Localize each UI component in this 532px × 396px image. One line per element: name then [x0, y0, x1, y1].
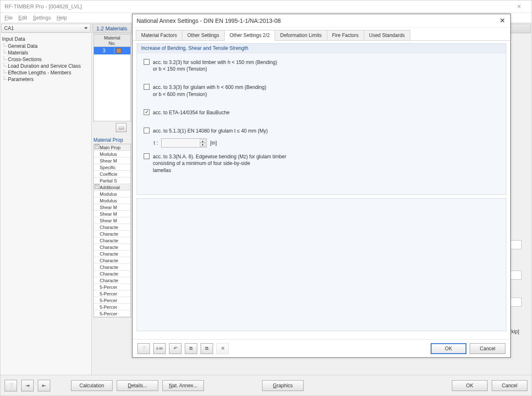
prop-group[interactable]: Additional: [94, 184, 130, 191]
option-label: consisting of a minimum of four side-by-…: [153, 160, 250, 166]
export-icon-button[interactable]: ⇤: [38, 380, 50, 391]
group-title: Increase of Bending, Shear and Tensile S…: [137, 44, 506, 53]
delete-icon-button: ✖: [216, 343, 229, 354]
option-edgewise[interactable]: acc. to 3.3(N.A. 6). Edgewise bending (M…: [144, 153, 499, 174]
copy-right-icon-button[interactable]: ⧉: [201, 343, 213, 354]
graphics-button[interactable]: Graphics: [262, 380, 304, 391]
prop-row: Characte: [94, 257, 130, 264]
annex-dialog: National Annex Settings - DIN EN 1995-1-…: [132, 14, 511, 358]
prop-row: Characte: [94, 231, 130, 237]
checkbox[interactable]: [144, 59, 150, 65]
group-body: acc. to 3.2(3) for solid timber with h <…: [137, 53, 506, 194]
material-row[interactable]: 3: [94, 47, 130, 54]
window-close-icon[interactable]: ×: [511, 3, 527, 10]
menu-settings[interactable]: Settings: [33, 15, 51, 21]
prop-row: Modulus: [94, 151, 130, 157]
prop-group[interactable]: Main Prop: [94, 144, 130, 151]
tree-node[interactable]: General Data: [2, 43, 90, 49]
prop-row: 5-Percer: [94, 310, 130, 317]
tree-node[interactable]: Parameters: [2, 76, 90, 83]
prop-row: Coefficie: [94, 171, 130, 177]
tab-deformation-limits[interactable]: Deformation Limits: [275, 30, 327, 40]
option-label: acc. to 3.2(3) for solid timber with h <…: [153, 59, 277, 65]
material-grid[interactable]: Material No. 3: [93, 34, 131, 121]
copy-left-icon-button[interactable]: ⧉: [185, 343, 197, 354]
help-icon-button[interactable]: ❔: [137, 343, 150, 354]
main-ok-button[interactable]: OK: [452, 380, 488, 391]
spin-up-icon[interactable]: ▲: [200, 139, 206, 143]
main-titlebar: RF-TIMBER Pro - [004626_LVL] ×: [0, 0, 532, 13]
calculation-button[interactable]: Calculation: [71, 380, 113, 391]
: [in]: [210, 140, 217, 146]
prop-row: Modulus: [94, 191, 130, 197]
option-en14080[interactable]: acc. to 5.1.3(1) EN 14080 for glulam t ≤…: [144, 128, 499, 134]
checkbox[interactable]: [144, 153, 150, 159]
option-glulam[interactable]: acc. to 3.3(3) for glulam with h < 600 m…: [144, 84, 499, 97]
spin-down-icon[interactable]: ▼: [200, 143, 206, 147]
tree-node[interactable]: Cross-Sections: [2, 56, 90, 63]
tab-other-settings-2[interactable]: Other Settings 2/2: [224, 30, 275, 41]
prop-row: Characte: [94, 277, 130, 284]
tab-other-settings[interactable]: Other Settings: [182, 30, 225, 40]
tree-node[interactable]: Load Duration and Service Class: [2, 63, 90, 69]
reset-icon-button[interactable]: ↶: [169, 343, 181, 354]
details-button[interactable]: Details...: [117, 380, 158, 391]
option-label: acc. to 5.1.3(1) EN 14080 for glulam t ≤…: [153, 128, 268, 134]
tab-fire-factors[interactable]: Fire Factors: [327, 30, 364, 40]
nav-tree: Input Data General Data Materials Cross-…: [0, 34, 91, 85]
case-combo-value: CA1: [4, 25, 14, 31]
prop-row: Characte: [94, 271, 130, 277]
tree-node[interactable]: Materials: [2, 49, 90, 56]
option-label: acc. to 3.3(3) for glulam with h < 600 m…: [153, 84, 266, 90]
dialog-close-icon[interactable]: ✕: [498, 17, 506, 25]
ruler-icon: 0.00: [156, 347, 163, 350]
delete-icon: ✖: [221, 346, 225, 351]
option-label: lamellas: [153, 167, 171, 173]
case-combo[interactable]: CA1: [1, 24, 91, 33]
empty-groupbox: [137, 198, 506, 331]
menu-help[interactable]: Help: [56, 15, 67, 21]
tree-node[interactable]: Effective Lengths - Members: [2, 69, 90, 76]
prop-row: Partial S: [94, 177, 130, 184]
option-label: acc. to ETA-14/0354 for BauBuche: [153, 109, 230, 116]
help-icon: ❔: [8, 383, 14, 389]
dialog-footer: ❔ 0.00 ↶ ⧉ ⧉ ✖ OK Cancel: [132, 339, 510, 357]
nat-annex-button[interactable]: Nat. Annex...: [162, 380, 204, 391]
prop-row: Characte: [94, 244, 130, 251]
tab-used-standards[interactable]: Used Standards: [364, 30, 410, 40]
dialog-ok-button[interactable]: OK: [431, 343, 466, 354]
material-grid-header: Material No.: [94, 34, 130, 47]
import-icon-button[interactable]: ⇥: [21, 380, 34, 391]
checkbox[interactable]: [144, 84, 150, 90]
tree-root[interactable]: Input Data: [2, 36, 90, 42]
prop-row: Characte: [94, 237, 130, 244]
dialog-title: National Annex Settings - DIN EN 1995-1-…: [137, 17, 498, 24]
option-baubuche[interactable]: acc. to ETA-14/0354 for BauBuche: [144, 109, 499, 116]
main-cancel-button[interactable]: Cancel: [492, 380, 527, 391]
spinner[interactable]: ▲ ▼: [200, 139, 206, 147]
library-button[interactable]: 📖: [116, 123, 127, 132]
dialog-cancel-button[interactable]: Cancel: [470, 343, 505, 354]
checkbox[interactable]: [144, 109, 150, 115]
menu-edit[interactable]: Edit: [18, 15, 27, 21]
prop-row: Shear M: [94, 157, 130, 164]
t-numeric-input[interactable]: ▲ ▼: [161, 138, 207, 148]
export-icon: ⇤: [42, 383, 46, 389]
groupbox-strength: Increase of Bending, Shear and Tensile S…: [137, 43, 506, 195]
help-icon: ❔: [141, 346, 147, 351]
material-no: 3: [94, 48, 115, 54]
tabstrip: Material Factors Other Settings Other Se…: [132, 29, 510, 41]
option-solid-timber[interactable]: acc. to 3.2(3) for solid timber with h <…: [144, 59, 499, 72]
menu-file[interactable]: File: [5, 15, 12, 21]
property-table[interactable]: Main Prop Modulus Shear M Specific Coeff…: [93, 144, 131, 317]
units-icon-button[interactable]: 0.00: [153, 343, 166, 354]
t-label: t :: [154, 140, 158, 146]
checkbox[interactable]: [144, 128, 150, 133]
tab-material-factors[interactable]: Material Factors: [136, 30, 182, 40]
book-icon: 📖: [118, 125, 124, 130]
prop-row: Specific: [94, 164, 130, 171]
prop-row: 5-Percer: [94, 297, 130, 304]
prop-row: 5-Percer: [94, 290, 130, 297]
t-input-row: t : ▲ ▼ [in]: [154, 138, 499, 148]
help-icon-button[interactable]: ❔: [5, 380, 17, 391]
